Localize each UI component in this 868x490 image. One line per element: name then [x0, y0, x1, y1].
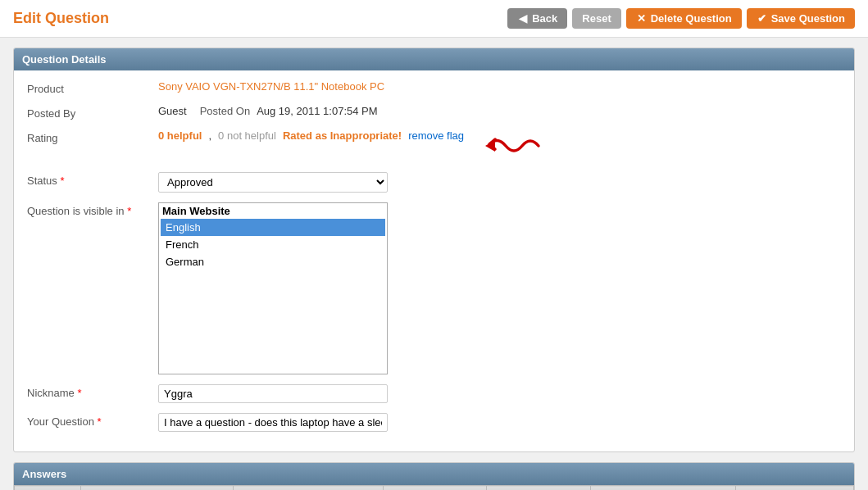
rating-value-group: 0 helpful , 0 not helpful Rated as Inapp… [158, 129, 841, 162]
col-answer: Answer [736, 486, 854, 491]
save-icon: ✔ [757, 13, 768, 25]
answers-body: Del Posted On Posted By Inappr Status Ni… [14, 485, 854, 490]
inappropriate-label: Rated as Inappropriate! [283, 129, 402, 142]
status-row: Status * Approved Pending Rejected [27, 172, 841, 193]
product-row: Product Sony VAIO VGN-TXN27N/B 11.1" Not… [27, 80, 841, 95]
visibility-row: Question is visible in * English French … [27, 202, 841, 374]
col-del: Del [15, 486, 81, 491]
question-required: * [98, 415, 102, 428]
question-input[interactable] [158, 413, 388, 432]
your-question-value [158, 413, 841, 432]
back-icon: ◀ [517, 13, 529, 25]
delete-icon: ✕ [636, 13, 648, 25]
visibility-listbox-container[interactable]: English French German [158, 202, 388, 374]
visibility-required: * [127, 205, 131, 217]
product-value: Sony VAIO VGN-TXN27N/B 11.1" Notebook PC [158, 80, 841, 93]
answers-table: Del Posted On Posted By Inappr Status Ni… [14, 485, 854, 490]
status-select[interactable]: Approved Pending Rejected [158, 172, 388, 193]
nickname-value [158, 384, 841, 403]
question-details-header: Question Details [14, 48, 854, 70]
posted-by-value: Guest [158, 105, 187, 117]
col-inappr: Inappr [383, 486, 487, 491]
arrow-annotation [477, 129, 543, 162]
your-question-label: Your Question * [27, 413, 158, 428]
nickname-input[interactable] [158, 384, 388, 403]
reset-button[interactable]: Reset [572, 8, 620, 29]
header-buttons: ◀ Back Reset ✕ Delete Question ✔ Save Qu… [507, 8, 855, 29]
answers-section: Answers Del Posted On Posted By Inappr S… [13, 462, 855, 490]
nickname-row: Nickname * [27, 384, 841, 403]
back-button[interactable]: ◀ Back [507, 8, 567, 29]
main-content: Question Details Product Sony VAIO VGN-T… [0, 38, 868, 490]
visibility-listbox[interactable]: English French German [159, 203, 387, 374]
save-question-button[interactable]: ✔ Save Question [747, 8, 855, 29]
page-title: Edit Question [13, 10, 109, 27]
visibility-label: Question is visible in * [27, 202, 158, 217]
nickname-required: * [77, 387, 81, 399]
posted-by-label: Posted By [27, 105, 158, 120]
answers-header: Answers [14, 463, 854, 485]
main-website-group: English French German [161, 205, 385, 270]
col-posted-on: Posted On [80, 486, 233, 491]
helpful-count: 0 helpful [158, 129, 202, 142]
answers-table-header-row: Del Posted On Posted By Inappr Status Ni… [15, 486, 854, 491]
col-nickname: Nickname [590, 486, 736, 491]
status-value: Approved Pending Rejected [158, 172, 841, 193]
question-details-body: Product Sony VAIO VGN-TXN27N/B 11.1" Not… [14, 70, 854, 451]
product-label: Product [27, 80, 158, 95]
product-link[interactable]: Sony VAIO VGN-TXN27N/B 11.1" Notebook PC [158, 80, 384, 93]
posted-on-label: Posted On [200, 105, 250, 117]
rating-row: Rating 0 helpful , 0 not helpful Rated a… [27, 129, 841, 162]
delete-question-button[interactable]: ✕ Delete Question [626, 8, 742, 29]
rating-group: 0 helpful , 0 not helpful Rated as Inapp… [158, 129, 464, 142]
posted-on-group: Posted On Aug 19, 2011 1:07:54 PM [200, 105, 378, 117]
nickname-label: Nickname * [27, 384, 158, 399]
col-posted-by: Posted By [233, 486, 383, 491]
page-header: Edit Question ◀ Back Reset ✕ Delete Ques… [0, 0, 868, 38]
question-details-section: Question Details Product Sony VAIO VGN-T… [13, 48, 855, 452]
rating-label: Rating [27, 129, 158, 144]
posted-on-value: Aug 19, 2011 1:07:54 PM [257, 105, 377, 117]
col-status: Status [487, 486, 591, 491]
posted-by-row: Posted By Guest Posted On Aug 19, 2011 1… [27, 105, 841, 120]
posted-by-value-group: Guest Posted On Aug 19, 2011 1:07:54 PM [158, 105, 841, 117]
remove-flag-link[interactable]: remove flag [408, 129, 464, 142]
status-required: * [60, 175, 64, 187]
not-helpful-count: 0 not helpful [218, 129, 276, 142]
red-arrow-svg [477, 129, 543, 162]
answers-table-head: Del Posted On Posted By Inappr Status Ni… [15, 486, 854, 491]
visibility-value: English French German [158, 202, 841, 374]
status-label: Status * [27, 172, 158, 187]
your-question-row: Your Question * [27, 413, 841, 432]
